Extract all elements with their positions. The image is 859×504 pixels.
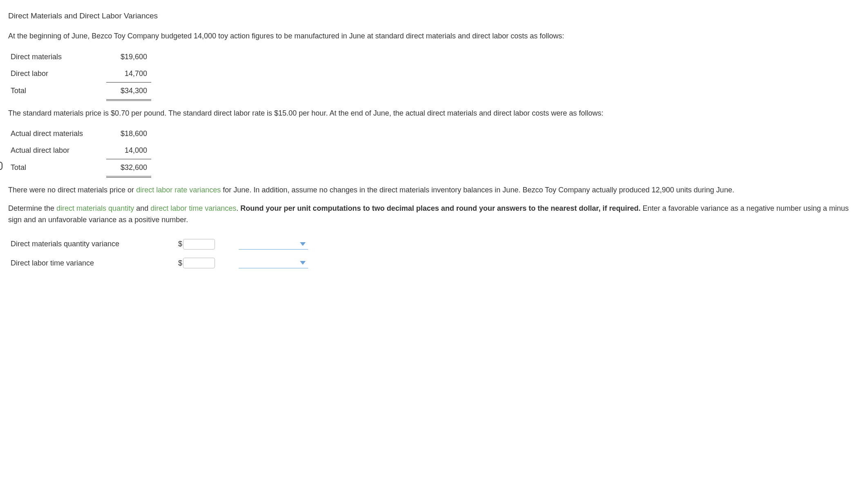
chevron-down-icon bbox=[300, 242, 306, 246]
row-value: $32,600 bbox=[106, 159, 151, 176]
budget-cost-table: Direct materials $19,600 Direct labor 14… bbox=[8, 49, 151, 100]
bold-instruction: Round your per unit computations to two … bbox=[240, 204, 640, 212]
row-label: Actual direct materials bbox=[8, 125, 106, 142]
row-label: Total bbox=[8, 159, 106, 176]
materials-quantity-variance-dropdown[interactable] bbox=[239, 239, 308, 250]
row-value: 14,700 bbox=[106, 65, 151, 82]
answer-input-cell: $ bbox=[176, 256, 218, 271]
materials-quantity-variance-input[interactable] bbox=[183, 239, 215, 250]
row-value: $34,300 bbox=[106, 82, 151, 100]
mid-paragraph: The standard materials price is $0.70 pe… bbox=[8, 107, 851, 119]
actual-cost-table: Actual direct materials $18,600 Actual d… bbox=[8, 125, 151, 177]
row-label: Direct labor bbox=[8, 65, 106, 82]
answer-row: Direct labor time variance $ bbox=[8, 256, 311, 271]
text-fragment: and bbox=[134, 204, 150, 212]
instruction-paragraph: Determine the direct materials quantity … bbox=[8, 203, 851, 226]
currency-symbol: $ bbox=[178, 257, 182, 269]
link-direct-labor-time-variances[interactable]: direct labor time variances bbox=[150, 204, 236, 212]
row-value: 14,000 bbox=[106, 142, 151, 159]
answer-row: Direct materials quantity variance $ bbox=[8, 236, 311, 252]
answer-label: Direct materials quantity variance bbox=[8, 236, 176, 252]
answer-input-cell: $ bbox=[176, 236, 218, 252]
row-value: $19,600 bbox=[106, 49, 151, 65]
link-direct-materials-quantity[interactable]: direct materials quantity bbox=[56, 204, 134, 212]
text-fragment: . bbox=[236, 204, 240, 212]
chevron-down-icon bbox=[300, 261, 306, 265]
side-tab-marker bbox=[0, 162, 2, 170]
link-direct-labor-rate-variances[interactable]: direct labor rate variances bbox=[136, 186, 221, 194]
page-title: Direct Materials and Direct Labor Varian… bbox=[8, 10, 851, 22]
produced-paragraph: There were no direct materials price or … bbox=[8, 184, 851, 196]
table-row: Direct materials $19,600 bbox=[8, 49, 151, 65]
row-label: Direct materials bbox=[8, 49, 106, 65]
currency-symbol: $ bbox=[178, 238, 182, 250]
table-row-total: Total $32,600 bbox=[8, 159, 151, 176]
answer-label: Direct labor time variance bbox=[8, 256, 176, 271]
answer-table: Direct materials quantity variance $ Dir… bbox=[8, 232, 311, 275]
text-fragment: Determine the bbox=[8, 204, 56, 212]
table-row: Actual direct labor 14,000 bbox=[8, 142, 151, 159]
table-row-total: Total $34,300 bbox=[8, 82, 151, 100]
table-row: Direct labor 14,700 bbox=[8, 65, 151, 82]
text-fragment: There were no direct materials price or bbox=[8, 186, 136, 194]
table-row: Actual direct materials $18,600 bbox=[8, 125, 151, 142]
text-fragment: for June. In addition, assume no changes… bbox=[221, 186, 734, 194]
labor-time-variance-input[interactable] bbox=[183, 258, 215, 268]
row-label: Actual direct labor bbox=[8, 142, 106, 159]
row-value: $18,600 bbox=[106, 125, 151, 142]
intro-paragraph: At the beginning of June, Bezco Toy Comp… bbox=[8, 30, 851, 42]
row-label: Total bbox=[8, 82, 106, 100]
labor-time-variance-dropdown[interactable] bbox=[239, 258, 308, 268]
